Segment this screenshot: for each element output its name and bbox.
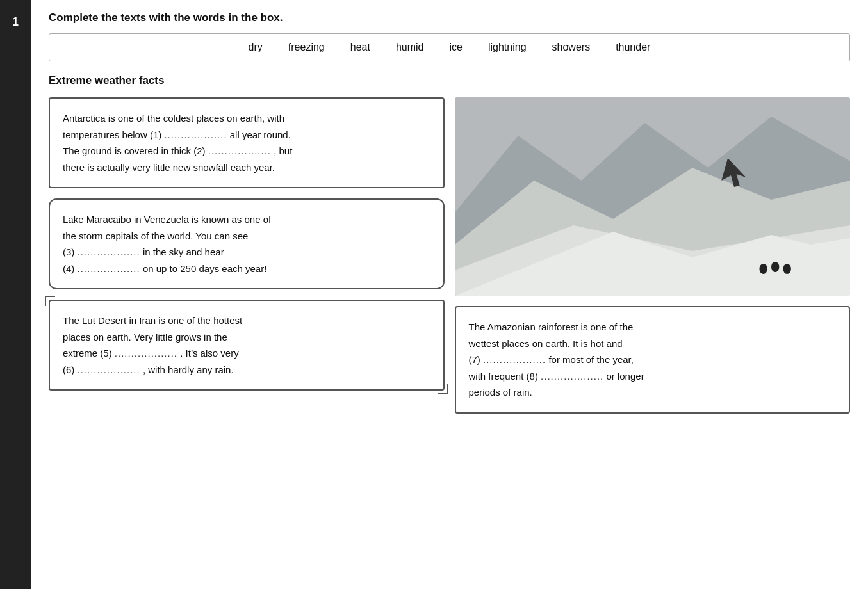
amazon-line2: wettest places on earth. It is hot and — [469, 338, 623, 349]
svg-point-6 — [759, 264, 767, 274]
lake-blank1: ................... — [78, 244, 140, 261]
page: 1 Complete the texts with the words in t… — [0, 0, 868, 589]
antarctica-line1: Antarctica is one of the coldest places … — [63, 113, 284, 124]
lut-blank2: ................... — [78, 362, 140, 378]
amazon-line1: The Amazonian rainforest is one of the — [469, 321, 634, 332]
word-thunder: thunder — [616, 42, 650, 53]
svg-point-8 — [783, 264, 790, 274]
svg-point-7 — [771, 262, 779, 272]
ice-svg — [455, 97, 851, 296]
antarctica-line2-post: all year round. — [230, 129, 291, 140]
word-dry: dry — [249, 42, 263, 53]
word-box: dry freezing heat humid ice lightning sh… — [49, 33, 850, 61]
antarctica-blank1: ................... — [164, 127, 227, 143]
amazon-blank1: ................... — [483, 351, 546, 368]
lake-line1: Lake Maracaibo in Venezuela is known as … — [63, 214, 271, 225]
antarctica-blank2: ................... — [208, 143, 271, 159]
lut-line4-pre: (6) — [63, 364, 74, 375]
word-showers: showers — [552, 42, 591, 53]
lut-line1: The Lut Desert in Iran is one of the hot… — [63, 315, 242, 326]
amazon-line3-post: for most of the year, — [548, 354, 634, 365]
question-number: 1 — [5, 12, 26, 32]
lut-box: The Lut Desert in Iran is one of the hot… — [49, 300, 445, 391]
amazon-line4-pre: with frequent (8) — [469, 371, 538, 382]
lake-line4-pre: (4) — [63, 263, 74, 274]
lake-box: Lake Maracaibo in Venezuela is known as … — [49, 198, 445, 289]
antarctica-line2-pre: temperatures below (1) — [63, 129, 161, 140]
word-humid: humid — [396, 42, 424, 53]
instruction-text: Complete the texts with the words in the… — [49, 12, 850, 24]
right-column: The Amazonian rainforest is one of the w… — [455, 97, 851, 414]
word-lightning: lightning — [488, 42, 527, 53]
amazon-line5: periods of rain. — [469, 387, 532, 398]
weather-image — [455, 97, 851, 296]
antarctica-line4: there is actually very little new snowfa… — [63, 162, 275, 173]
left-column: Antarctica is one of the coldest places … — [49, 97, 445, 414]
lake-line4-post: on up to 250 days each year! — [143, 263, 266, 274]
lut-line3-pre: extreme (5) — [63, 348, 112, 359]
lut-blank1: ................... — [115, 345, 177, 362]
lake-line2: the storm capitals of the world. You can… — [63, 230, 248, 241]
lut-line3-post: . It’s also very — [180, 348, 238, 359]
lut-line4-post: , with hardly any rain. — [143, 364, 234, 375]
word-freezing: freezing — [288, 42, 325, 53]
lake-line3-pre: (3) — [63, 246, 74, 257]
section-title: Extreme weather facts — [49, 74, 850, 87]
word-heat: heat — [350, 42, 370, 53]
amazon-blank2: ................... — [541, 368, 603, 385]
main-content: Complete the texts with the words in the… — [31, 0, 868, 589]
left-bar: 1 — [0, 0, 31, 589]
antarctica-box: Antarctica is one of the coldest places … — [49, 97, 445, 188]
ice-scene — [455, 97, 851, 296]
amazon-line4-post: or longer — [606, 371, 644, 382]
amazon-box: The Amazonian rainforest is one of the w… — [455, 306, 851, 414]
amazon-line3-pre: (7) — [469, 354, 480, 365]
antarctica-line3-post: , but — [274, 145, 292, 156]
word-ice: ice — [449, 42, 462, 53]
lut-line2: places on earth. Very little grows in th… — [63, 332, 227, 343]
lake-blank2: ................... — [78, 261, 140, 277]
content-grid: Antarctica is one of the coldest places … — [49, 97, 850, 414]
lake-line3-post: in the sky and hear — [143, 246, 224, 257]
antarctica-line3-pre: The ground is covered in thick (2) — [63, 145, 206, 156]
